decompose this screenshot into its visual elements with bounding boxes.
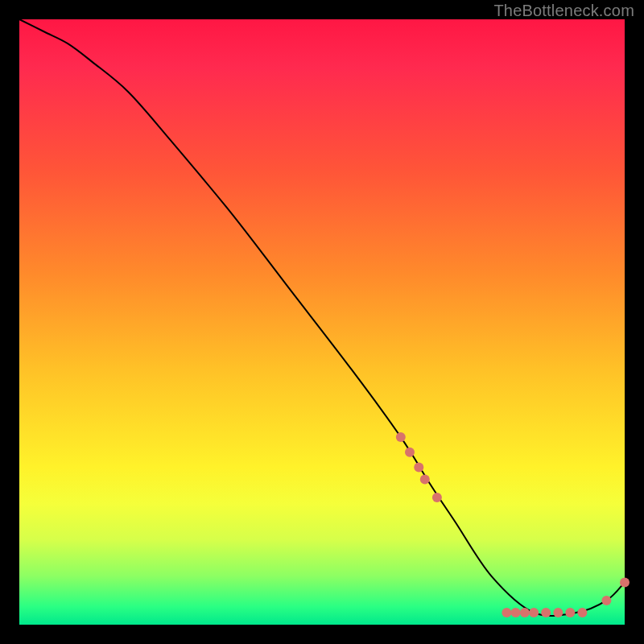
marker-point [620,577,630,587]
attribution-label: TheBottleneck.com [493,2,634,20]
marker-point [520,608,530,617]
marker-point [405,448,415,457]
marker-point [511,608,521,617]
bottleneck-curve [19,19,625,616]
marker-point [565,608,575,617]
chart-stage: TheBottleneck.com [0,0,644,644]
marker-point [553,608,563,617]
marker-point [601,596,611,605]
marker-point [529,608,539,617]
marker-point [414,463,423,473]
curve-layer [19,19,625,625]
marker-point [502,608,511,617]
marker-point [541,608,551,617]
plot-area [19,19,625,625]
marker-point [396,432,406,442]
marker-layer [396,432,630,617]
marker-point [420,475,430,485]
marker-point [432,493,442,502]
marker-point [577,608,587,617]
